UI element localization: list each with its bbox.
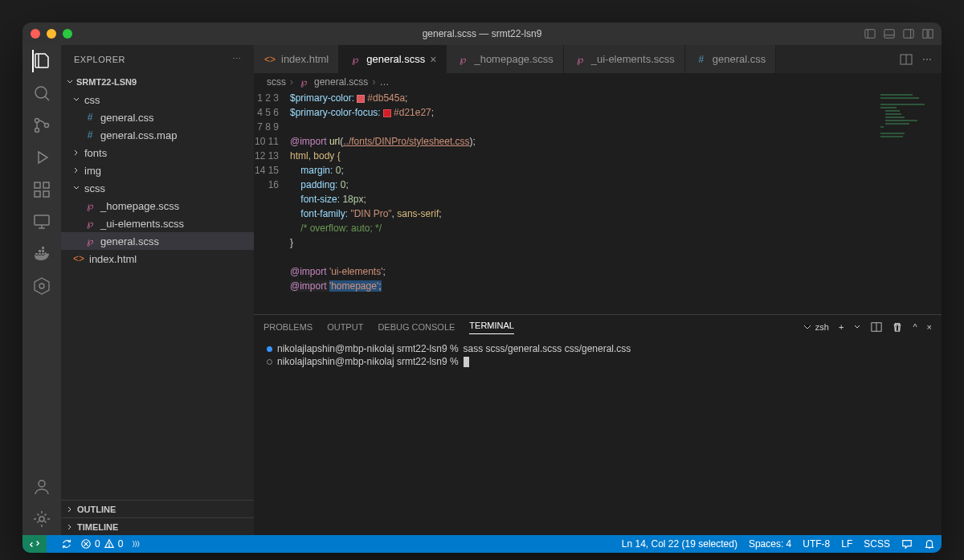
minimap[interactable] [877, 91, 942, 314]
terminal-content[interactable]: nikolajlapshin@mbp-nikolaj srmt22-lsn9 %… [254, 339, 942, 535]
file-general-css[interactable]: #general.css [61, 108, 254, 126]
svg-point-21 [39, 284, 44, 288]
svg-point-11 [35, 129, 39, 133]
live-server-status[interactable] [131, 539, 141, 549]
bottom-panel: PROBLEMS OUTPUT DEBUG CONSOLE TERMINAL z… [254, 314, 942, 535]
problems-status[interactable]: 0 0 [80, 538, 123, 550]
folder-scss[interactable]: scss [61, 179, 254, 197]
file-general-css-map[interactable]: #general.css.map [61, 126, 254, 144]
svg-rect-32 [885, 116, 905, 118]
svg-marker-20 [35, 278, 49, 294]
html-file-icon: <> [72, 252, 85, 265]
sass-file-icon: ℘ [297, 76, 310, 88]
outline-section[interactable]: OUTLINE [61, 500, 254, 517]
debug-console-tab[interactable]: DEBUG CONSOLE [378, 322, 455, 332]
feedback-icon[interactable] [901, 538, 913, 550]
kubernetes-activity-icon[interactable] [32, 276, 51, 296]
folder-img[interactable]: img [61, 161, 254, 179]
split-terminal-icon[interactable] [871, 321, 882, 333]
terminal-tab[interactable]: TERMINAL [469, 321, 514, 334]
activity-bar [22, 45, 61, 535]
sass-file-icon: ℘ [456, 53, 469, 66]
close-window-button[interactable] [31, 29, 40, 39]
file-homepage-scss[interactable]: ℘_homepage.scss [61, 197, 254, 215]
css-file-icon: # [695, 53, 708, 66]
kill-terminal-icon[interactable] [892, 321, 903, 333]
tab-index-html[interactable]: <>index.html [254, 45, 339, 73]
maximize-window-button[interactable] [63, 29, 72, 39]
svg-rect-7 [929, 30, 933, 39]
maximize-panel-icon[interactable]: ^ [913, 322, 917, 332]
file-index-html[interactable]: <>index.html [61, 250, 254, 268]
svg-rect-0 [865, 30, 875, 39]
code-content[interactable]: $primary-color: #db545a; $primary-color-… [290, 91, 942, 314]
sidebar-header: EXPLORER ⋯ [61, 45, 254, 73]
svg-rect-29 [880, 107, 897, 108]
encoding-status[interactable]: UTF-8 [803, 538, 830, 550]
editor-area: <>index.html ℘general.scss× ℘_homepage.s… [254, 45, 942, 535]
tab-uielements-scss[interactable]: ℘_ui-elements.scss [564, 45, 685, 73]
close-panel-icon[interactable]: × [927, 322, 932, 332]
explorer-activity-icon[interactable] [32, 51, 51, 71]
window-title: general.scss — srmt22-lsn9 [423, 28, 542, 39]
terminal-dropdown-icon[interactable] [853, 323, 861, 331]
folder-css[interactable]: css [61, 91, 254, 108]
extensions-activity-icon[interactable] [32, 180, 51, 199]
toggle-panel-icon[interactable] [884, 28, 895, 39]
problems-tab[interactable]: PROBLEMS [263, 322, 312, 332]
svg-point-23 [39, 517, 44, 521]
project-header[interactable]: SRMT22-LSN9 [61, 73, 254, 91]
sync-status[interactable] [61, 538, 72, 550]
file-general-scss[interactable]: ℘general.scss [61, 232, 254, 250]
status-bar: 0 0 Ln 14, Col 22 (19 selected) Spaces: … [22, 535, 942, 553]
explorer-sidebar: EXPLORER ⋯ SRMT22-LSN9 css #general.css … [61, 45, 254, 535]
search-activity-icon[interactable] [32, 84, 51, 103]
cursor-position[interactable]: Ln 14, Col 22 (19 selected) [622, 538, 737, 550]
layout-customize-icon[interactable] [922, 28, 933, 39]
svg-point-22 [39, 480, 45, 487]
sidebar-more-icon[interactable]: ⋯ [232, 54, 242, 64]
more-actions-icon[interactable]: ⋯ [922, 54, 932, 65]
indentation-status[interactable]: Spaces: 4 [749, 538, 791, 550]
css-file-icon: # [84, 111, 96, 124]
svg-rect-4 [904, 30, 913, 39]
css-file-icon: # [84, 129, 96, 141]
code-editor[interactable]: 1 2 3 4 5 6 7 8 9 10 11 12 13 14 15 16 $… [254, 91, 942, 314]
toggle-sidebar-icon[interactable] [864, 28, 876, 39]
shell-picker[interactable]: zsh [803, 322, 829, 332]
sass-file-icon: ℘ [84, 199, 96, 212]
eol-status[interactable]: LF [841, 538, 852, 550]
titlebar-actions [864, 28, 933, 39]
source-control-activity-icon[interactable] [32, 116, 51, 135]
debug-activity-icon[interactable] [32, 148, 51, 167]
folder-fonts[interactable]: fonts [61, 144, 254, 161]
notifications-icon[interactable] [924, 538, 935, 550]
color-swatch-icon [383, 109, 391, 117]
output-tab[interactable]: OUTPUT [327, 322, 363, 332]
svg-rect-35 [880, 126, 884, 128]
tab-general-css[interactable]: #general.css [685, 45, 776, 73]
breadcrumb[interactable]: scss › ℘ general.scss › … [254, 73, 942, 91]
docker-activity-icon[interactable] [32, 244, 51, 264]
account-activity-icon[interactable] [32, 477, 51, 497]
toggle-secondary-icon[interactable] [903, 28, 914, 39]
svg-rect-28 [880, 104, 925, 105]
tab-general-scss[interactable]: ℘general.scss× [339, 45, 447, 73]
split-editor-icon[interactable] [900, 53, 913, 66]
close-tab-icon[interactable]: × [430, 53, 436, 66]
timeline-section[interactable]: TIMELINE [61, 517, 254, 535]
line-numbers: 1 2 3 4 5 6 7 8 9 10 11 12 13 14 15 16 [254, 91, 290, 314]
settings-activity-icon[interactable] [32, 509, 51, 529]
svg-rect-2 [884, 30, 894, 39]
minimize-window-button[interactable] [47, 29, 56, 39]
file-uielements-scss[interactable]: ℘_ui-elements.scss [61, 215, 254, 232]
svg-rect-13 [35, 182, 40, 188]
remote-activity-icon[interactable] [32, 212, 51, 231]
svg-rect-33 [885, 120, 917, 121]
svg-point-10 [35, 119, 39, 123]
new-terminal-icon[interactable]: + [839, 322, 844, 332]
titlebar[interactable]: general.scss — srmt22-lsn9 [22, 22, 942, 45]
remote-status[interactable] [22, 535, 47, 553]
language-status[interactable]: SCSS [864, 538, 890, 550]
tab-homepage-scss[interactable]: ℘_homepage.scss [447, 45, 563, 73]
